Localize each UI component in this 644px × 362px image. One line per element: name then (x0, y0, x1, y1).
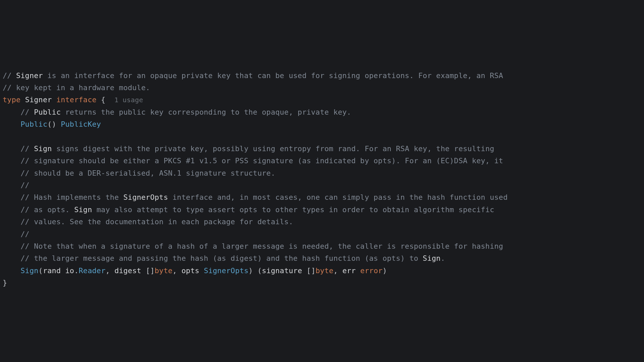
comment-ref: Sign (34, 144, 52, 153)
param-name: digest (114, 266, 146, 275)
indent (3, 157, 20, 165)
code-line: Public() PublicKey (3, 118, 644, 130)
keyword-byte: byte (316, 266, 333, 275)
comment: interface and, in most cases, one can si… (168, 193, 508, 201)
paren-close: ) (383, 266, 387, 275)
comment: is an interface for an opaque private ke… (43, 71, 503, 80)
method-sign: Sign (20, 266, 38, 275)
code-line: // should be a DER-serialised, ASN.1 sig… (3, 167, 644, 179)
comment: // (20, 230, 30, 238)
indent (3, 266, 20, 275)
indent (3, 242, 20, 250)
comma: , (172, 266, 181, 275)
comment: returns the public key corresponding to … (61, 108, 351, 116)
code-line: // Public returns the public key corresp… (3, 106, 644, 118)
usage-hint[interactable]: 1 usage (114, 96, 143, 104)
code-line: // key kept in a hardware module. (3, 82, 644, 94)
return-name: signature (262, 266, 307, 275)
indent (3, 169, 20, 177)
comma: , (333, 266, 342, 275)
space (105, 96, 114, 104)
comment: // values. See the documentation in each… (20, 218, 293, 226)
type-name: Signer (25, 96, 52, 104)
indent (3, 205, 20, 214)
brackets: [] (307, 266, 316, 275)
indent (3, 120, 20, 128)
code-line: type Signer interface { 1 usage (3, 94, 644, 106)
comment: // (20, 144, 34, 153)
comment: // signature should be either a PKCS #1 … (20, 157, 503, 165)
comment: signs digest with the private key, possi… (52, 144, 494, 153)
code-line: // (3, 228, 644, 240)
code-line: // Note that when a signature of a hash … (3, 240, 644, 252)
comment-ref: Sign (423, 254, 440, 262)
comma: , (105, 266, 114, 275)
code-line: // Signer is an interface for an opaque … (3, 70, 644, 82)
paren-group: ) ( (249, 266, 262, 275)
comment: // (20, 108, 34, 116)
brackets: [] (146, 266, 155, 275)
comment: // should be a DER-serialised, ASN.1 sig… (20, 169, 275, 177)
comment-ref: Sign (74, 205, 92, 214)
type-ref: SignerOpts (204, 266, 249, 275)
comment: may also attempt to type assert opts to … (92, 205, 494, 214)
brace-open: { (97, 96, 106, 104)
comment: // (3, 71, 16, 80)
keyword-error: error (360, 266, 383, 275)
param-name: rand (43, 266, 65, 275)
code-line: // signature should be either a PKCS #1 … (3, 155, 644, 167)
blank-line (3, 131, 644, 143)
indent (3, 144, 20, 153)
code-line: // Sign signs digest with the private ke… (3, 143, 644, 155)
comment-ref: Public (34, 108, 61, 116)
indent (3, 193, 20, 201)
code-line: // values. See the documentation in each… (3, 216, 644, 228)
space (56, 120, 61, 128)
indent (3, 254, 20, 262)
comment: // the larger message and passing the ha… (20, 254, 423, 262)
code-editor[interactable]: // Signer is an interface for an opaque … (3, 70, 644, 289)
indent (3, 181, 20, 189)
code-line: // the larger message and passing the ha… (3, 252, 644, 264)
code-line: // (3, 179, 644, 191)
code-line: } (3, 277, 644, 289)
type-ref: PublicKey (61, 120, 101, 128)
param-name: opts (181, 266, 204, 275)
type-ref: Reader (79, 266, 106, 275)
keyword-type: type (3, 96, 20, 104)
indent (3, 230, 20, 238)
comment: // Note that when a signature of a hash … (20, 242, 503, 250)
comment: // Hash implements the (20, 193, 123, 201)
comment-ref: SignerOpts (123, 193, 168, 201)
keyword-interface: interface (56, 96, 97, 104)
code-line: // as opts. Sign may also attempt to typ… (3, 204, 644, 216)
paren-open: ( (39, 266, 43, 275)
comment: // (20, 181, 30, 189)
brace-close: } (3, 279, 7, 287)
pkg-ref: io (65, 266, 74, 275)
comment: // key kept in a hardware module. (3, 83, 150, 92)
comment: . (441, 254, 445, 262)
return-name: err (342, 266, 360, 275)
dot: . (74, 266, 78, 275)
space (52, 96, 56, 104)
code-line: Sign(rand io.Reader, digest []byte, opts… (3, 265, 644, 277)
keyword-byte: byte (155, 266, 172, 275)
indent (3, 108, 20, 116)
indent (3, 218, 20, 226)
comment-ref: Signer (16, 71, 43, 80)
parens: () (47, 120, 56, 128)
comment: // as opts. (20, 205, 74, 214)
space (20, 96, 25, 104)
code-line: // Hash implements the SignerOpts interf… (3, 191, 644, 203)
method-public: Public (20, 120, 47, 128)
